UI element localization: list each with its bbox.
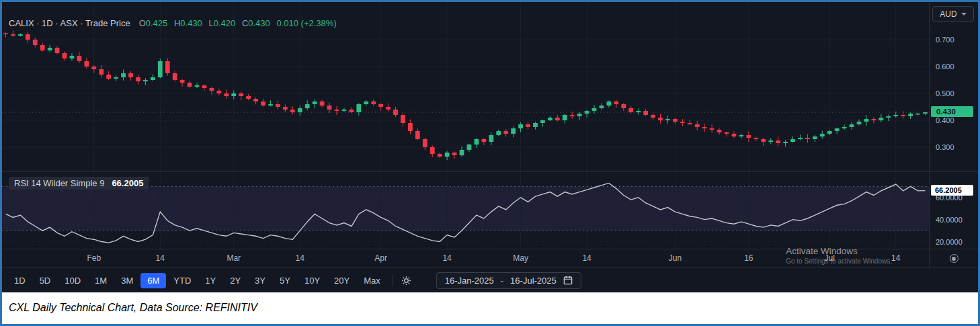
rsi-panel[interactable]: RSI 14 Wilder Simple 9 66.2005	[2, 171, 929, 249]
time-axis-label: Jul	[818, 253, 841, 263]
range-button-max[interactable]: Max	[357, 273, 387, 288]
price-axis-label: 0.300	[936, 142, 954, 152]
price-axis-label: 0.400	[936, 116, 954, 125]
time-axis-label: 14	[288, 253, 311, 263]
range-button-10d[interactable]: 10D	[58, 273, 87, 288]
last-price-badge: 0.430	[931, 106, 973, 117]
time-axis-label: 14	[436, 253, 458, 263]
low-label: L	[208, 18, 213, 28]
time-axis-label: 16	[737, 253, 760, 263]
date-from: 16-Jan-2025	[445, 276, 494, 286]
price-axis-label: 0.600	[936, 62, 954, 71]
currency-label: AUD	[940, 9, 956, 19]
change-value: 0.010 (+2.38%)	[276, 18, 336, 28]
range-button-2y[interactable]: 2Y	[223, 273, 247, 288]
close-value: 0.430	[248, 18, 270, 28]
calendar-icon[interactable]	[563, 276, 573, 285]
time-axis-corner	[929, 249, 978, 268]
caption-text: CXL Daily Technical Chart, Data Source: …	[9, 302, 257, 314]
time-axis-label: Apr	[370, 253, 393, 263]
rsi-axis[interactable]: 66.2005 60.000040.000020.0000	[929, 171, 978, 249]
low-value: 0.420	[214, 18, 236, 28]
range-button-3y[interactable]: 3Y	[248, 273, 272, 288]
range-button-5d[interactable]: 5D	[33, 273, 58, 288]
chart-toolbar: 1D5D10D1M3M6MYTD1Y2Y3Y5Y10Y20YMax 16-Jan…	[2, 268, 978, 292]
price-axis-label: 0.700	[936, 35, 954, 44]
rsi-axis-label: 40.0000	[936, 215, 963, 225]
chevron-down-icon	[961, 13, 967, 15]
close-label: C	[242, 18, 248, 28]
range-button-10y[interactable]: 10Y	[298, 273, 327, 288]
date-to: 16-Jul-2025	[510, 276, 557, 286]
time-axis-label: 14	[575, 253, 598, 263]
open-label: O	[139, 18, 146, 28]
price-axis[interactable]: AUD 0.430 0.7000.6000.5000.4000.300	[929, 2, 978, 171]
chart-window: CALIX · 1D · ASX · Trade Price O0.425 H0…	[0, 0, 980, 326]
date-separator: -	[501, 276, 503, 286]
rsi-axis-label: 20.0000	[936, 237, 963, 247]
rsi-label: RSI 14 Wilder Simple 9	[14, 178, 104, 188]
trading-chart-app: CALIX · 1D · ASX · Trade Price O0.425 H0…	[2, 2, 978, 292]
crosshair-icon[interactable]	[950, 254, 958, 263]
toolbar-divider	[392, 274, 393, 286]
range-button-1y[interactable]: 1Y	[198, 273, 222, 288]
time-axis-label: May	[509, 253, 532, 263]
rsi-value-badge: 66.2005	[931, 185, 973, 196]
time-axis[interactable]: Feb14Mar14Apr14May14Jun16Jul14	[2, 249, 929, 268]
time-axis-label: Feb	[83, 253, 106, 263]
symbol-legend: CALIX · 1D · ASX · Trade Price O0.425 H0…	[9, 18, 337, 28]
symbol-title[interactable]: CALIX · 1D · ASX · Trade Price	[9, 18, 130, 28]
rsi-current-value: 66.2005	[112, 178, 143, 188]
range-button-3m[interactable]: 3M	[114, 273, 140, 288]
range-button-1d[interactable]: 1D	[7, 273, 32, 288]
high-label: H	[174, 18, 180, 28]
ohlc-readout: O0.425 H0.430 L0.420 C0.430 0.010 (+2.38…	[135, 18, 337, 28]
time-axis-label: Mar	[222, 253, 245, 263]
time-axis-label: Jun	[663, 253, 686, 263]
currency-dropdown[interactable]: AUD	[932, 6, 974, 22]
range-button-ytd[interactable]: YTD	[167, 273, 198, 288]
range-button-6m[interactable]: 6M	[140, 273, 166, 288]
settings-gear-icon[interactable]	[397, 274, 415, 288]
price-axis-label: 0.500	[936, 89, 954, 98]
chart-grid: CALIX · 1D · ASX · Trade Price O0.425 H0…	[2, 2, 978, 268]
open-value: 0.425	[146, 18, 168, 28]
high-value: 0.430	[180, 18, 202, 28]
rsi-legend[interactable]: RSI 14 Wilder Simple 9 66.2005	[9, 177, 149, 190]
range-button-1m[interactable]: 1M	[88, 273, 114, 288]
date-range-picker[interactable]: 16-Jan-2025 - 16-Jul-2025	[436, 272, 581, 289]
range-button-5y[interactable]: 5Y	[273, 273, 297, 288]
price-panel[interactable]: CALIX · 1D · ASX · Trade Price O0.425 H0…	[2, 2, 929, 171]
range-button-20y[interactable]: 20Y	[327, 273, 356, 288]
range-button-group: 1D5D10D1M3M6MYTD1Y2Y3Y5Y10Y20YMax	[7, 273, 387, 288]
time-axis-label: 14	[885, 253, 907, 263]
time-axis-label: 14	[149, 253, 171, 263]
caption: CXL Daily Technical Chart, Data Source: …	[2, 292, 978, 324]
